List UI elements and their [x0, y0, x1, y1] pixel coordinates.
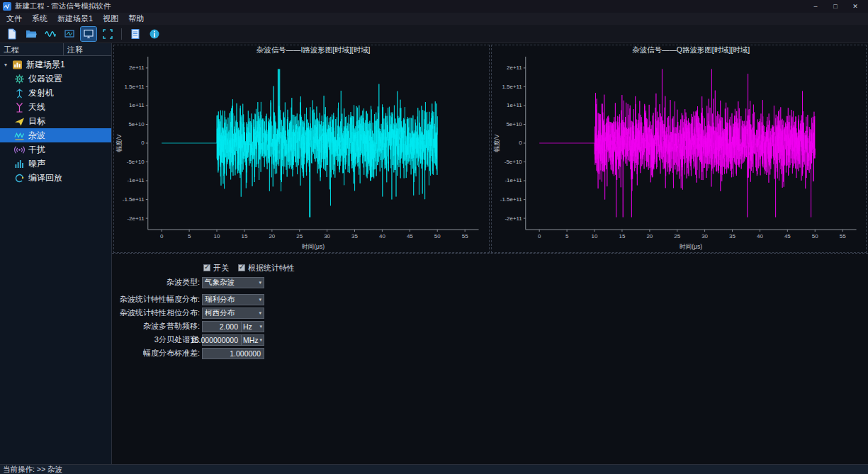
- svg-text:-1.5e+11: -1.5e+11: [123, 196, 145, 203]
- clutter-type-select[interactable]: 气象杂波▾: [202, 277, 264, 288]
- menu-item-5[interactable]: 帮助: [123, 13, 149, 25]
- svg-text:杂波信号——Q路波形图[时域][时域]: 杂波信号——Q路波形图[时域][时域]: [632, 46, 750, 54]
- new-file-icon: [6, 28, 18, 40]
- svg-text:20: 20: [269, 233, 275, 239]
- open-folder-icon: [26, 28, 37, 40]
- tree-column-notes: 注释: [64, 43, 111, 55]
- tree-item-label: 杂波: [28, 130, 45, 142]
- clutter-wave-icon: [14, 130, 25, 141]
- phase-distribution-label: 杂波统计特性相位分布:: [112, 307, 202, 318]
- phase-distribution-value: 柯西分布: [205, 308, 235, 318]
- svg-text:1.5e+11: 1.5e+11: [124, 84, 145, 90]
- new-file-button[interactable]: [4, 27, 20, 41]
- switch-checkbox[interactable]: [203, 264, 210, 271]
- tree-item-noise[interactable]: 噪声: [0, 157, 111, 171]
- svg-text:2e+11: 2e+11: [129, 64, 145, 71]
- clutter-type-label: 杂波类型:: [112, 277, 202, 288]
- svg-text:25: 25: [674, 233, 680, 239]
- svg-text:40: 40: [379, 233, 385, 239]
- tree-item-label: 干扰: [28, 144, 45, 156]
- report-button[interactable]: [128, 27, 143, 41]
- amplitude-distribution-select[interactable]: 瑞利分布▾: [202, 294, 264, 305]
- svg-text:35: 35: [351, 233, 358, 239]
- display-button[interactable]: [81, 27, 96, 41]
- statusbar: 当前操作: >> 杂波: [0, 464, 868, 474]
- svg-text:30: 30: [324, 233, 330, 239]
- tree-item-target[interactable]: 目标: [0, 114, 111, 128]
- waveform-button[interactable]: [43, 27, 58, 41]
- report-icon: [130, 28, 141, 40]
- by-statistics-checkbox-group: 根据统计特性: [238, 263, 295, 273]
- amplitude-std-dev-input[interactable]: 1.000000: [202, 348, 264, 359]
- menu-item-2[interactable]: 系统: [27, 13, 52, 25]
- tree-item-transmitter[interactable]: 发射机: [0, 86, 111, 100]
- svg-text:幅度/V: 幅度/V: [115, 134, 123, 152]
- jamming-icon: [14, 145, 25, 155]
- tree-expander-icon[interactable]: ▾: [3, 62, 9, 68]
- gear-icon: [14, 74, 25, 84]
- svg-text:1e+11: 1e+11: [507, 102, 522, 108]
- menu-item-4[interactable]: 视图: [98, 13, 123, 25]
- doppler-shift-unit-select[interactable]: Hz▾: [242, 321, 264, 332]
- tree-item-jamming[interactable]: 干扰: [0, 142, 111, 157]
- fit-view-button[interactable]: [100, 27, 115, 41]
- i-waveform-chart: 杂波信号——I路波形图[时域][时域]2e+111.5e+111e+115e+1…: [113, 45, 490, 253]
- svg-text:-1e+11: -1e+11: [127, 177, 145, 184]
- tree-item-replay[interactable]: 编译回放: [0, 171, 111, 185]
- tree-item-label: 目标: [28, 115, 45, 128]
- chevron-down-icon: ▾: [259, 337, 262, 343]
- fit-view-icon: [102, 28, 113, 40]
- window-controls: – □ ✕: [806, 3, 865, 10]
- svg-text:时间(μs): 时间(μs): [680, 243, 702, 250]
- noise-icon: [14, 159, 25, 169]
- svg-text:幅度/V: 幅度/V: [492, 134, 500, 152]
- tree-item-clutter-wave[interactable]: 杂波: [0, 128, 111, 142]
- amplitude-distribution-row: 杂波统计特性幅度分布:瑞利分布▾: [112, 293, 868, 306]
- minimize-button[interactable]: –: [806, 3, 825, 10]
- phase-distribution-select[interactable]: 柯西分布▾: [202, 307, 264, 319]
- by-statistics-checkbox[interactable]: [238, 264, 245, 271]
- chevron-down-icon: ▾: [259, 297, 261, 303]
- tree-item-gear[interactable]: 仪器设置: [0, 72, 111, 86]
- svg-text:-2e+11: -2e+11: [505, 215, 522, 222]
- content-area: 杂波信号——I路波形图[时域][时域]2e+111.5e+111e+115e+1…: [112, 43, 868, 464]
- menu-item-1[interactable]: 文件: [1, 13, 27, 25]
- close-button[interactable]: ✕: [845, 3, 865, 10]
- toolbar: [0, 25, 868, 43]
- svg-text:1.5e+11: 1.5e+11: [502, 84, 522, 90]
- toolbar-separator: [121, 28, 122, 40]
- svg-text:1e+11: 1e+11: [129, 102, 145, 108]
- info-button[interactable]: [147, 27, 162, 41]
- svg-text:-1.5e+11: -1.5e+11: [500, 196, 522, 203]
- amplitude-distribution-value: 瑞利分布: [205, 295, 235, 305]
- doppler-shift-input[interactable]: 2.000: [202, 321, 242, 332]
- switch-checkbox-group: 开关: [203, 263, 229, 273]
- svg-text:-5e+10: -5e+10: [504, 159, 522, 165]
- maximize-button[interactable]: □: [825, 3, 845, 10]
- replay-icon: [14, 173, 25, 184]
- spectrum-width-3db-label: 3分贝处谱宽:: [112, 334, 202, 345]
- open-folder-button[interactable]: [23, 27, 39, 41]
- menu-item-3[interactable]: 新建场景1: [52, 13, 98, 25]
- info-icon: [149, 28, 160, 40]
- project-tree: ▾新建场景1仪器设置发射机天线目标杂波干扰噪声编译回放: [0, 56, 111, 464]
- status-text: 当前操作: >> 杂波: [3, 465, 62, 474]
- svg-text:杂波信号——I路波形图[时域][时域]: 杂波信号——I路波形图[时域][时域]: [257, 46, 371, 54]
- svg-text:-5e+10: -5e+10: [127, 159, 145, 165]
- spectrum-width-3db-input[interactable]: 15.000000000: [202, 334, 242, 346]
- doppler-shift-unit-value: Hz: [243, 322, 252, 331]
- export-button[interactable]: [62, 27, 77, 41]
- tree-column-project: 工程: [0, 43, 64, 55]
- menubar: 文件系统新建场景1视图帮助: [0, 13, 868, 25]
- clutter-type-value: 气象杂波: [205, 278, 235, 288]
- tree-item-antenna[interactable]: 天线: [0, 100, 111, 114]
- spectrum-width-3db-row: 3分贝处谱宽:15.000000000MHz▾: [112, 333, 868, 346]
- tree-item-root[interactable]: ▾新建场景1: [0, 57, 111, 72]
- svg-text:5: 5: [565, 233, 568, 239]
- transmitter-icon: [14, 88, 25, 98]
- tree-item-label: 仪器设置: [28, 73, 62, 85]
- svg-text:40: 40: [756, 233, 762, 239]
- spectrum-width-3db-unit-select[interactable]: MHz▾: [242, 334, 264, 346]
- chevron-down-icon: ▾: [259, 280, 261, 286]
- svg-text:-2e+11: -2e+11: [127, 215, 145, 222]
